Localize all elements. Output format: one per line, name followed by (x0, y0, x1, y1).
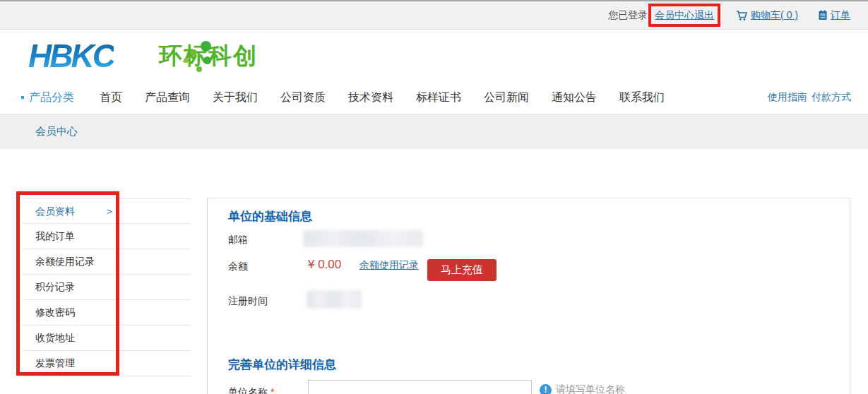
logo-abbr-text: HBKC (28, 40, 114, 72)
sidebar-item-label: 积分记录 (35, 281, 75, 292)
balance-label: 余额 (228, 261, 248, 273)
company-name-hint: 请填写单位名称 (556, 383, 625, 394)
detail-info-title: 完善单位的详细信息 (228, 357, 336, 373)
nav-item-company-news[interactable]: 公司新闻 (484, 90, 529, 105)
nav-item-contact-us[interactable]: 联系我们 (619, 90, 665, 105)
info-icon: ! (540, 384, 552, 394)
redacted-email-value (303, 230, 423, 247)
company-logo[interactable]: HBKC 环标科创 (28, 40, 258, 72)
cart-link[interactable]: 购物车( 0 ) (736, 9, 798, 22)
nav-category-label: 产品分类 (29, 90, 74, 105)
sidebar-item-label: 余额使用记录 (35, 256, 95, 267)
basic-info-title: 单位的基础信息 (228, 208, 312, 225)
nav-item-qualifications[interactable]: 公司资质 (280, 90, 326, 105)
chevron-right-icon: > (107, 199, 112, 224)
sidebar-item-label: 我的订单 (35, 230, 75, 241)
register-time-label: 注册时间 (228, 295, 268, 308)
orders-icon (818, 10, 828, 20)
sidebar-item-balance-records[interactable]: 余额使用记录 (23, 249, 191, 275)
sidebar-item-label: 修改密码 (35, 306, 75, 318)
required-asterisk: * (270, 386, 274, 394)
nav-item-announcements[interactable]: 通知公告 (552, 90, 597, 105)
redacted-register-time-value (307, 290, 362, 309)
bullet-icon (21, 96, 24, 99)
logged-in-status: 您已登录 (608, 9, 648, 22)
sidebar-item-label: 会员资料 (35, 205, 75, 217)
company-name-label: 单位名称* (228, 386, 274, 394)
header-logo-row: HBKC 环标科创 (0, 31, 868, 81)
sidebar-item-member-profile[interactable]: 会员资料 > (23, 198, 191, 224)
balance-records-link[interactable]: 余额使用记录 (359, 259, 419, 272)
company-name-hint-row: ! 请填写单位名称 (540, 383, 625, 394)
nav-item-home[interactable]: 首页 (100, 90, 122, 105)
molecule-icon (182, 41, 218, 78)
nav-item-technical-docs[interactable]: 技术资料 (348, 90, 393, 105)
orders-link-label[interactable]: 订单 (831, 9, 850, 22)
orders-link[interactable]: 订单 (818, 9, 850, 22)
annotation-highlight-member-exit: 会员中心退出 (648, 4, 720, 27)
payment-method-link[interactable]: 付款方式 (811, 91, 851, 104)
sidebar-item-invoice-management[interactable]: 发票管理 (23, 351, 191, 376)
sidebar-item-points-records[interactable]: 积分记录 (23, 275, 191, 300)
sidebar-item-shipping-address[interactable]: 收货地址 (23, 326, 191, 351)
nav-item-certificates[interactable]: 标样证书 (416, 90, 461, 105)
sidebar-item-label: 收货地址 (35, 332, 75, 343)
sidebar-item-change-password[interactable]: 修改密码 (23, 300, 191, 326)
email-label: 邮箱 (228, 234, 248, 246)
cart-icon (736, 10, 748, 21)
nav-item-about-us[interactable]: 关于我们 (213, 90, 258, 105)
member-info-panel: 单位的基础信息 邮箱 余额 ¥ 0.00 余额使用记录 马上充值 注册时间 完善… (207, 198, 850, 394)
cart-link-label[interactable]: 购物车( 0 ) (751, 9, 798, 22)
nav-product-category[interactable]: 产品分类 (21, 90, 74, 105)
breadcrumb-band: 会员中心 (0, 114, 868, 149)
nav-right-links: 使用指南 付款方式 (768, 81, 851, 114)
nav-item-product-search[interactable]: 产品查询 (145, 90, 190, 105)
recharge-button[interactable]: 马上充值 (427, 259, 497, 281)
sidebar-item-my-orders[interactable]: 我的订单 (23, 224, 191, 249)
member-sidebar: 会员资料 > 我的订单 余额使用记录 积分记录 修改密码 收货地址 发票管理 (23, 198, 191, 376)
sidebar-item-label: 发票管理 (35, 357, 75, 369)
main-navbar: 产品分类 首页 产品查询 关于我们 公司资质 技术资料 标样证书 公司新闻 通知… (0, 81, 868, 114)
breadcrumb: 会员中心 (35, 125, 78, 138)
top-utility-bar: 您已登录 会员中心退出 购物车( 0 ) 订单 (0, 0, 868, 30)
user-guide-link[interactable]: 使用指南 (768, 91, 807, 104)
company-name-input[interactable] (308, 380, 532, 394)
member-center-logout-link[interactable]: 会员中心退出 (655, 9, 714, 20)
balance-value: ¥ 0.00 (308, 258, 341, 272)
